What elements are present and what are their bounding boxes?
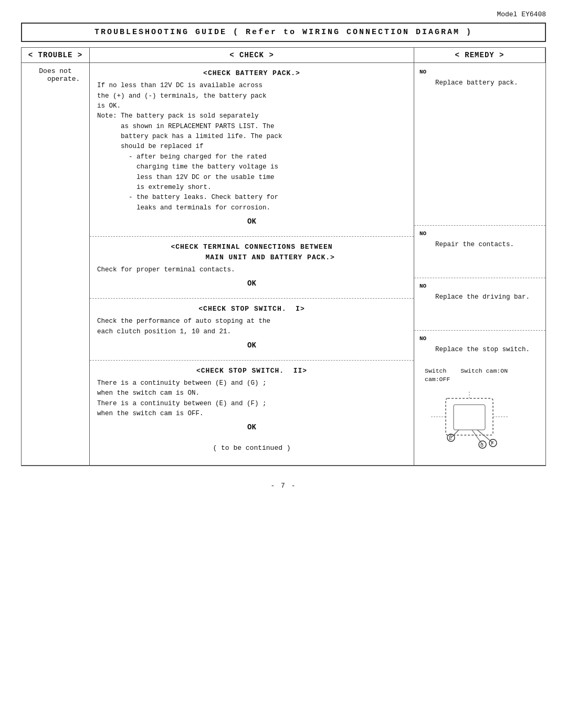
svg-rect-1 xyxy=(454,405,485,430)
header-remedy: < REMEDY > xyxy=(414,48,545,62)
check4-body: There is a continuity between (E) and (G… xyxy=(97,378,406,419)
trouble-text: Does not operate. xyxy=(31,67,80,83)
check4-title: <CHECK STOP SWITCH. II> xyxy=(97,366,406,376)
page: Model EY6408 TROUBLESHOOTING GUIDE ( Ref… xyxy=(0,0,567,728)
check1-body: If no less than 12V DC is available acro… xyxy=(97,81,406,213)
remedy-text-3: Replace the driving bar. xyxy=(419,292,530,302)
no-label-1: NO xyxy=(419,69,426,75)
no-label-3: NO xyxy=(419,283,426,289)
remedy-text-2: Repair the contacts. xyxy=(419,240,514,250)
remedy-block-3: NO Replace the driving bar. xyxy=(414,278,545,331)
ok-3: OK xyxy=(97,337,406,355)
page-footer: - 7 - xyxy=(21,482,546,490)
switch-info: Switchcam:OFF Switch cam:ON xyxy=(425,367,519,384)
remedy-block-2: NO Repair the contacts. xyxy=(414,226,545,278)
svg-line-10 xyxy=(472,430,482,445)
remedy-column: NO Replace battery pack. NO Repair the c… xyxy=(414,63,545,465)
trouble-cell: Does not operate. xyxy=(22,63,90,465)
page-number: - 7 - xyxy=(270,482,296,490)
guide-title: TROUBLESHOOTING GUIDE ( Refer to WIRING … xyxy=(21,23,546,42)
ok-1: OK xyxy=(97,213,406,231)
check-block-4: <CHECK STOP SWITCH. II> There is a conti… xyxy=(90,361,414,465)
switch-cam-on: Switch cam:ON xyxy=(460,367,508,384)
header-check: < CHECK > xyxy=(90,48,414,62)
header-trouble: < TROUBLE > xyxy=(22,48,90,62)
no-label-4: NO xyxy=(419,335,426,342)
switch-cam-off: Switchcam:OFF xyxy=(425,367,450,384)
svg-text:E: E xyxy=(449,436,452,441)
no-label-2: NO xyxy=(419,230,426,237)
check2-body: Check for proper terminal contacts. xyxy=(97,265,406,275)
remedy-block-1: NO Replace battery pack. xyxy=(414,63,545,226)
model-number: Model EY6408 xyxy=(21,10,546,18)
remedy-block-4: NO Replace the stop switch. Switchcam:OF… xyxy=(414,331,545,465)
remedy-text-1: Replace battery pack. xyxy=(419,78,518,88)
check-block-2: <CHECK TERMINAL CONNECTIONS BETWEEN MAIN… xyxy=(90,237,414,299)
check-block-3: <CHECK STOP SWITCH. I> Check the perform… xyxy=(90,299,414,361)
check3-title: <CHECK STOP SWITCH. I> xyxy=(97,304,406,314)
switch-diagram: Switchcam:OFF Switch cam:ON E xyxy=(419,363,524,455)
check-column: <CHECK BATTERY PACK.> If no less than 12… xyxy=(90,63,414,465)
ok-2: OK xyxy=(97,275,406,293)
header-row: < TROUBLE > < CHECK > < REMEDY > xyxy=(22,48,545,63)
content-row: Does not operate. <CHECK BATTERY PACK.> … xyxy=(22,63,545,466)
ok-4: OK xyxy=(97,419,406,437)
check3-body: Check the performance of auto stoping at… xyxy=(97,316,406,337)
main-table: < TROUBLE > < CHECK > < REMEDY > Does no… xyxy=(21,47,546,466)
remedy-text-4: Replace the stop switch. xyxy=(419,345,530,355)
continued-text: ( to be continued ) xyxy=(97,437,406,460)
check-block-1: <CHECK BATTERY PACK.> If no less than 12… xyxy=(90,63,414,237)
svg-line-8 xyxy=(451,430,459,438)
check2-title: <CHECK TERMINAL CONNECTIONS BETWEEN MAIN… xyxy=(97,242,406,263)
check1-title: <CHECK BATTERY PACK.> xyxy=(97,68,406,79)
switch-svg: E F G xyxy=(425,388,519,451)
